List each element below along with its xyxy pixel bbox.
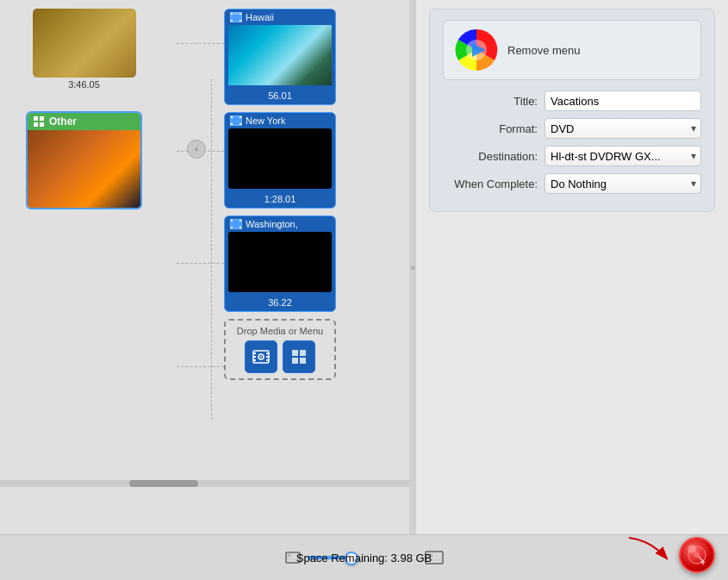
vertical-connector [211, 79, 212, 420]
when-complete-select-wrapper: Do Nothing Eject Disc Shut Down [544, 173, 701, 194]
top-card: 3:46.05 [33, 9, 136, 92]
h-scrollbar[interactable] [0, 480, 409, 487]
washington-duration: 36.22 [225, 296, 335, 311]
title-row: Title: [443, 90, 701, 111]
hawaii-header: Hawaii [225, 9, 335, 25]
svg-rect-32 [300, 358, 306, 364]
svg-rect-23 [253, 359, 256, 361]
svg-rect-29 [292, 350, 298, 356]
arrow-svg [625, 533, 672, 564]
svg-rect-9 [240, 20, 241, 22]
hawaii-duration: 56.01 [225, 89, 335, 104]
grid-icon [33, 115, 45, 128]
space-remaining: Space Remaining: 3.98 GB [296, 535, 432, 580]
h-scrollbar-thumb[interactable] [129, 480, 198, 487]
format-select-wrapper: DVD Blu-ray AVCHD [544, 118, 701, 139]
newyork-body [228, 128, 332, 189]
top-card-label: 3:46.05 [33, 78, 136, 92]
title-label: Title: [443, 95, 538, 108]
destination-label: Destination: [443, 150, 538, 163]
hawaii-body [228, 25, 332, 85]
washington-card[interactable]: Washington, 36.22 [224, 215, 336, 312]
svg-rect-11 [231, 116, 233, 118]
svg-rect-19 [240, 227, 241, 228]
drop-film-icon [252, 347, 271, 366]
svg-rect-0 [34, 116, 38, 121]
when-complete-row: When Complete: Do Nothing Eject Disc Shu… [443, 173, 701, 194]
drop-area[interactable]: Drop Media or Menu [224, 319, 336, 380]
newyork-card[interactable]: New York 1:28.01 [224, 112, 336, 209]
svg-rect-8 [231, 20, 233, 22]
washington-body [228, 232, 332, 292]
destination-select-wrapper: Hl-dt-st DVDRW GX... [544, 146, 701, 166]
washington-header: Washington, [225, 216, 335, 232]
burn-button-icon [687, 545, 707, 565]
other-card-header: Other [28, 113, 140, 130]
svg-rect-25 [266, 356, 269, 358]
bottom-toolbar: Space Remaining: 3.98 GB [0, 534, 728, 580]
panel-divider[interactable]: » [409, 0, 416, 534]
svg-rect-14 [240, 123, 241, 125]
svg-rect-7 [240, 13, 241, 15]
film-icon-newyork [230, 115, 242, 126]
format-select[interactable]: DVD Blu-ray AVCHD [544, 118, 701, 139]
hawaii-thumbnail [228, 25, 332, 85]
when-complete-label: When Complete: [443, 178, 538, 190]
hawaii-title: Hawaii [246, 12, 274, 22]
destination-row: Destination: Hl-dt-st DVDRW GX... [443, 146, 701, 166]
svg-rect-18 [231, 227, 233, 228]
svg-rect-13 [231, 123, 233, 125]
svg-rect-21 [253, 352, 256, 354]
drop-icons [231, 340, 329, 373]
drop-media-button[interactable] [245, 340, 277, 373]
right-panel: Remove menu Title: Format: DVD Blu-ray A… [416, 0, 728, 534]
svg-rect-2 [34, 122, 38, 127]
svg-rect-24 [266, 352, 269, 354]
space-remaining-text: Space Remaining: 3.98 GB [296, 552, 432, 564]
collapse-arrow-button[interactable]: ‹ [187, 140, 206, 159]
burn-settings: Remove menu Title: Format: DVD Blu-ray A… [429, 9, 715, 212]
drop-menu-button[interactable] [283, 340, 315, 373]
h-connector-1 [177, 43, 224, 44]
when-complete-select[interactable]: Do Nothing Eject Disc Shut Down [544, 173, 701, 194]
svg-rect-22 [253, 356, 256, 358]
remove-menu-label: Remove menu [507, 44, 581, 57]
top-card-thumbnail [33, 9, 136, 78]
title-input[interactable] [544, 90, 701, 111]
spacer [84, 97, 84, 107]
left-panel: 3:46.05 [0, 0, 409, 534]
right-col: Hawaii 56.01 [224, 9, 336, 380]
svg-rect-30 [300, 350, 306, 356]
newyork-duration: 1:28.01 [225, 192, 335, 208]
color-wheel-icon [454, 28, 499, 72]
tree-wrapper: 3:46.05 [17, 9, 401, 380]
film-icon-washington [230, 219, 242, 229]
format-label: Format: [443, 122, 538, 135]
main-container: 3:46.05 [0, 0, 728, 534]
svg-rect-3 [40, 122, 44, 127]
washington-title: Washington, [246, 219, 298, 229]
h-connector-4 [177, 366, 224, 367]
film-icon-hawaii [230, 12, 242, 22]
svg-rect-6 [233, 13, 239, 15]
divider-arrows: » [410, 250, 415, 284]
burn-button[interactable] [679, 537, 715, 573]
svg-rect-12 [240, 116, 241, 118]
format-row: Format: DVD Blu-ray AVCHD [443, 118, 701, 139]
left-branch: 3:46.05 [26, 9, 142, 209]
hawaii-card[interactable]: Hawaii 56.01 [224, 9, 336, 105]
burn-icon-area: Remove menu [443, 20, 701, 80]
other-card[interactable]: Other [26, 111, 142, 209]
destination-select[interactable]: Hl-dt-st DVDRW GX... [544, 146, 701, 166]
svg-rect-31 [292, 358, 298, 364]
tree-area: 3:46.05 [0, 0, 409, 496]
arrow-decoration [625, 533, 672, 566]
other-card-label: Other [49, 115, 77, 128]
newyork-title: New York [246, 115, 285, 126]
other-card-body [28, 130, 140, 208]
svg-rect-36 [288, 554, 291, 557]
svg-rect-5 [231, 13, 233, 15]
svg-rect-1 [40, 116, 44, 121]
newyork-header: New York [225, 113, 335, 128]
drop-menu-icon [289, 347, 308, 366]
